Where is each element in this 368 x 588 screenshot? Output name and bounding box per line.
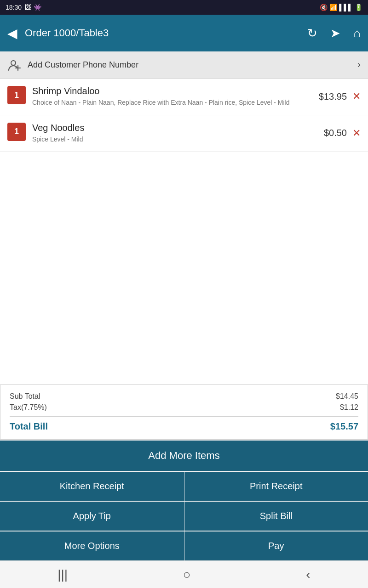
item-details-2: Veg Noodles Spice Level - Mild <box>32 123 318 144</box>
battery-icon: 🔋 <box>355 4 362 11</box>
split-bill-button[interactable]: Split Bill <box>184 501 368 531</box>
item-details-1: Shrimp Vindaloo Choice of Naan - Plain N… <box>32 86 313 107</box>
content-spacer <box>0 268 368 384</box>
item-quantity-1: 1 <box>7 86 26 104</box>
apply-tip-button[interactable]: Apply Tip <box>0 501 184 531</box>
page-title: Order 1000/Table3 <box>25 27 307 39</box>
nav-home-icon[interactable]: ○ <box>183 567 191 582</box>
status-photo-icon: 🖼 <box>24 4 31 11</box>
nav-bar: ||| ○ ‹ <box>0 560 368 588</box>
delete-item-2-button[interactable]: ✕ <box>352 127 361 139</box>
order-items-list: 1 Shrimp Vindaloo Choice of Naan - Plain… <box>0 79 368 268</box>
delete-item-1-button[interactable]: ✕ <box>352 90 361 102</box>
total-label: Total Bill <box>10 421 48 432</box>
home-button[interactable]: ⌂ <box>353 26 361 40</box>
bill-divider <box>10 416 358 417</box>
print-receipt-button[interactable]: Print Receipt <box>184 471 368 501</box>
tax-value: $1.12 <box>340 403 358 412</box>
more-options-button[interactable]: More Options <box>0 531 184 560</box>
receipt-buttons-row: Kitchen Receipt Print Receipt <box>0 471 368 501</box>
tip-split-buttons-row: Apply Tip Split Bill <box>0 501 368 531</box>
table-row: 1 Veg Noodles Spice Level - Mild $0.50 ✕ <box>0 115 368 152</box>
add-customer-bar[interactable]: Add Customer Phone Number › <box>0 51 368 79</box>
refresh-button[interactable]: ↻ <box>307 26 317 40</box>
add-customer-label: Add Customer Phone Number <box>28 60 357 70</box>
add-customer-icon <box>7 58 21 72</box>
table-row: 1 Shrimp Vindaloo Choice of Naan - Plain… <box>0 79 368 115</box>
header-actions: ↻ ➤ ⌂ <box>307 26 361 40</box>
pay-button[interactable]: Pay <box>184 531 368 560</box>
tax-label: Tax(7.75%) <box>10 403 47 412</box>
wifi-icon: 📶 <box>329 4 337 11</box>
subtotal-value: $14.45 <box>336 392 358 401</box>
action-buttons: Add More Items Kitchen Receipt Print Rec… <box>0 440 368 560</box>
item-name-1: Shrimp Vindaloo <box>32 86 313 96</box>
item-quantity-2: 1 <box>7 123 26 141</box>
options-pay-buttons-row: More Options Pay <box>0 531 368 560</box>
nav-menu-icon[interactable]: ||| <box>58 567 68 582</box>
svg-point-0 <box>11 61 16 65</box>
subtotal-row: Sub Total $14.45 <box>10 392 358 401</box>
kitchen-receipt-button[interactable]: Kitchen Receipt <box>0 471 184 501</box>
total-value: $15.57 <box>330 421 358 432</box>
item-price-2: $0.50 <box>324 128 347 138</box>
mute-icon: 🔇 <box>320 4 328 11</box>
bill-summary: Sub Total $14.45 Tax(7.75%) $1.12 Total … <box>0 384 368 440</box>
header: ◀ Order 1000/Table3 ↻ ➤ ⌂ <box>0 15 368 51</box>
back-icon: ◀ <box>7 26 17 41</box>
item-name-2: Veg Noodles <box>32 123 318 133</box>
status-bar: 18:30 🖼 👾 🔇 📶 ▌▌▌ 🔋 <box>0 0 368 15</box>
signal-icon: ▌▌▌ <box>339 4 353 11</box>
item-desc-1: Choice of Naan - Plain Naan, Replace Ric… <box>32 98 313 107</box>
status-time: 18:30 <box>6 4 22 11</box>
item-price-1: $13.95 <box>319 91 347 102</box>
send-button[interactable]: ➤ <box>330 26 340 40</box>
subtotal-label: Sub Total <box>10 392 40 401</box>
back-button[interactable]: ◀ <box>7 26 17 41</box>
nav-back-icon[interactable]: ‹ <box>306 567 310 582</box>
status-right: 🔇 📶 ▌▌▌ 🔋 <box>320 4 362 11</box>
tax-row: Tax(7.75%) $1.12 <box>10 403 358 412</box>
add-customer-arrow-icon: › <box>357 59 361 71</box>
status-game-icon: 👾 <box>34 4 41 11</box>
add-more-items-button[interactable]: Add More Items <box>0 440 368 471</box>
item-desc-2: Spice Level - Mild <box>32 135 318 144</box>
status-left: 18:30 🖼 👾 <box>6 4 41 11</box>
total-row: Total Bill $15.57 <box>10 421 358 432</box>
